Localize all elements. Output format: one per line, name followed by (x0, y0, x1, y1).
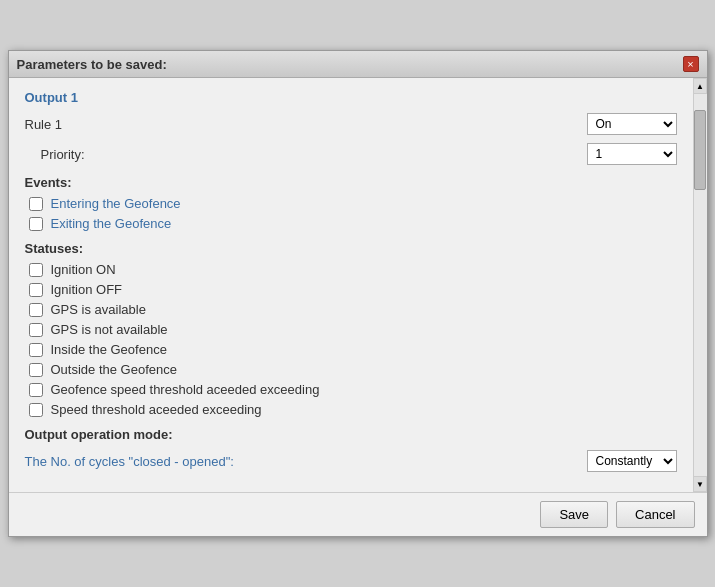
gps-not-available-checkbox[interactable] (29, 323, 43, 337)
list-item: Geofence speed threshold aceeded exceedi… (25, 382, 677, 397)
outside-geofence-checkbox[interactable] (29, 363, 43, 377)
inside-geofence-label: Inside the Geofence (51, 342, 167, 357)
list-item: Inside the Geofence (25, 342, 677, 357)
dialog-footer: Save Cancel (9, 492, 707, 536)
rule-select[interactable]: On Off (587, 113, 677, 135)
gps-not-available-label: GPS is not available (51, 322, 168, 337)
priority-label: Priority: (41, 147, 85, 162)
entering-geofence-checkbox[interactable] (29, 197, 43, 211)
geofence-speed-checkbox[interactable] (29, 383, 43, 397)
scroll-content: Output 1 Rule 1 On Off Priority: 1 2 3 E… (9, 78, 693, 492)
priority-select[interactable]: 1 2 3 (587, 143, 677, 165)
dialog-title: Parameters to be saved: (17, 57, 167, 72)
ignition-off-label: Ignition OFF (51, 282, 123, 297)
ignition-on-checkbox[interactable] (29, 263, 43, 277)
speed-threshold-label: Speed threshold aceeded exceeding (51, 402, 262, 417)
events-section: Events: Entering the Geofence Exiting th… (25, 175, 677, 231)
scrollbar[interactable]: ▲ ▼ (693, 78, 707, 492)
gps-available-checkbox[interactable] (29, 303, 43, 317)
list-item: Entering the Geofence (25, 196, 677, 211)
ignition-on-label: Ignition ON (51, 262, 116, 277)
inside-geofence-checkbox[interactable] (29, 343, 43, 357)
list-item: Speed threshold aceeded exceeding (25, 402, 677, 417)
cancel-button[interactable]: Cancel (616, 501, 694, 528)
list-item: GPS is available (25, 302, 677, 317)
rule-label: Rule 1 (25, 117, 63, 132)
entering-geofence-label: Entering the Geofence (51, 196, 181, 211)
scroll-up-arrow[interactable]: ▲ (693, 78, 707, 94)
gps-available-label: GPS is available (51, 302, 146, 317)
operation-mode-title: Output operation mode: (25, 427, 677, 442)
cycles-row: The No. of cycles "closed - opened": Con… (25, 450, 677, 472)
scrollbar-thumb[interactable] (694, 110, 706, 190)
cycles-label: The No. of cycles "closed - opened": (25, 454, 234, 469)
parameters-dialog: Parameters to be saved: × Output 1 Rule … (8, 50, 708, 537)
list-item: Ignition OFF (25, 282, 677, 297)
dialog-titlebar: Parameters to be saved: × (9, 51, 707, 78)
statuses-section: Statuses: Ignition ON Ignition OFF GPS i… (25, 241, 677, 417)
exiting-geofence-checkbox[interactable] (29, 217, 43, 231)
list-item: GPS is not available (25, 322, 677, 337)
save-button[interactable]: Save (540, 501, 608, 528)
close-button[interactable]: × (683, 56, 699, 72)
statuses-title: Statuses: (25, 241, 677, 256)
rule-row: Rule 1 On Off (25, 113, 677, 135)
output-section-title: Output 1 (25, 90, 677, 105)
dialog-body: Output 1 Rule 1 On Off Priority: 1 2 3 E… (9, 78, 707, 492)
priority-row: Priority: 1 2 3 (25, 143, 677, 165)
ignition-off-checkbox[interactable] (29, 283, 43, 297)
events-title: Events: (25, 175, 677, 190)
exiting-geofence-label: Exiting the Geofence (51, 216, 172, 231)
speed-threshold-checkbox[interactable] (29, 403, 43, 417)
outside-geofence-label: Outside the Geofence (51, 362, 177, 377)
scroll-down-arrow[interactable]: ▼ (693, 476, 707, 492)
list-item: Exiting the Geofence (25, 216, 677, 231)
list-item: Outside the Geofence (25, 362, 677, 377)
cycles-select[interactable]: Constantly 1 2 5 10 (587, 450, 677, 472)
list-item: Ignition ON (25, 262, 677, 277)
geofence-speed-label: Geofence speed threshold aceeded exceedi… (51, 382, 320, 397)
